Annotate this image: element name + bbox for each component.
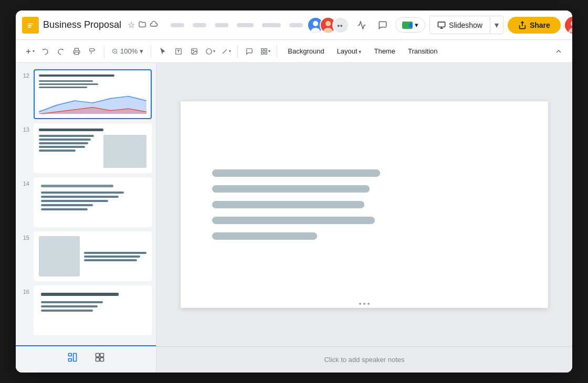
undo-button[interactable] [38, 44, 52, 59]
menu-edit[interactable] [193, 23, 206, 27]
folder-icon[interactable] [138, 20, 146, 30]
activity-icon[interactable] [353, 17, 370, 34]
collapse-toolbar-button[interactable] [551, 44, 566, 59]
app-logo [22, 17, 39, 34]
content-line-3 [212, 201, 364, 208]
document-title: Business Proposal [43, 19, 121, 30]
slide-number-16: 16 [20, 285, 29, 295]
slide-thumbnail-12[interactable] [34, 69, 152, 119]
svg-rect-33 [265, 48, 267, 50]
svg-rect-44 [100, 358, 103, 361]
toolbar-group-tools [155, 44, 233, 59]
star-icon[interactable]: ☆ [128, 20, 135, 30]
svg-rect-35 [265, 52, 267, 54]
slideshow-label: Slideshow [449, 21, 482, 29]
slide-item-15[interactable]: 15 [16, 229, 156, 283]
menu-file[interactable] [171, 23, 184, 27]
speaker-notes[interactable]: Click to add speaker notes [156, 346, 572, 373]
comments-icon[interactable] [374, 17, 391, 34]
list-view-tab[interactable] [63, 348, 82, 367]
insert-button[interactable] [22, 44, 37, 59]
line-tool[interactable] [218, 44, 233, 59]
print-button[interactable] [69, 44, 84, 59]
slide-number-13: 13 [20, 123, 29, 133]
toolbar-right [551, 44, 566, 59]
slide-item-14[interactable]: 14 [16, 175, 156, 229]
main-content: 12 [16, 63, 572, 373]
toolbar: 100% ▾ [16, 40, 572, 63]
slide-number-14: 14 [20, 177, 29, 187]
svg-rect-3 [28, 27, 31, 28]
title-bar: Business Proposal ☆ [16, 10, 572, 40]
cloud-icon[interactable] [150, 20, 158, 30]
svg-rect-32 [261, 48, 264, 50]
content-line-4 [212, 217, 375, 224]
slideshow-dropdown[interactable]: ▾ [490, 16, 503, 34]
slide-toolbar-menu: Background Layout Theme Transition [281, 45, 444, 57]
svg-point-30 [206, 48, 212, 54]
user-avatar[interactable] [565, 17, 572, 34]
layout-view-tool[interactable] [258, 44, 272, 59]
toolbar-group-zoom: 100% ▾ [109, 44, 146, 59]
divider-3 [237, 45, 238, 58]
menu-view[interactable] [215, 23, 228, 27]
comment-tool[interactable] [242, 44, 257, 59]
collaborators-avatars: ●● [307, 17, 349, 34]
slide-content [212, 169, 517, 240]
zoom-value: 100% [120, 47, 138, 55]
divider-4 [277, 45, 277, 58]
svg-point-29 [193, 50, 194, 51]
svg-point-8 [326, 21, 331, 26]
svg-marker-13 [409, 22, 412, 28]
background-menu-item[interactable]: Background [281, 45, 330, 57]
meet-button[interactable]: ▾ [395, 17, 425, 33]
svg-rect-42 [100, 354, 103, 357]
menu-insert[interactable] [237, 23, 254, 27]
app-window: Business Proposal ☆ [16, 10, 572, 373]
notes-placeholder: Click to add speaker notes [324, 356, 404, 364]
slide-number-15: 15 [20, 231, 29, 241]
paint-format-button[interactable] [85, 44, 100, 59]
meet-icon [402, 22, 413, 29]
cursor-tool[interactable] [155, 44, 170, 59]
text-tool[interactable] [171, 44, 186, 59]
slide-item-13[interactable]: 13 [16, 121, 156, 175]
menu-format[interactable] [262, 23, 281, 27]
layout-menu-item[interactable]: Layout [331, 45, 368, 57]
share-button[interactable]: Share [508, 17, 561, 34]
slide-thumbnail-13[interactable] [34, 123, 152, 173]
slide-panel: 12 [16, 63, 156, 373]
transition-menu-item[interactable]: Transition [402, 45, 444, 57]
menu-slide[interactable] [289, 23, 303, 27]
content-line-1 [212, 169, 380, 177]
content-line-5 [212, 232, 317, 240]
slide-canvas[interactable] [181, 101, 548, 308]
shape-tool[interactable] [203, 44, 217, 59]
slide-view-tabs [16, 345, 156, 368]
title-bar-right: ●● ▾ [307, 16, 572, 34]
canvas-scroll [156, 63, 572, 346]
divider-1 [104, 45, 104, 58]
slide-thumbnail-15[interactable] [34, 231, 152, 281]
slide-item-16[interactable]: 16 [16, 283, 156, 337]
svg-rect-39 [68, 359, 71, 361]
svg-rect-38 [68, 354, 71, 356]
menu-bar [171, 23, 303, 27]
grid-view-tab[interactable] [90, 348, 109, 367]
toolbar-group-1 [22, 44, 100, 59]
title-icons: ☆ [128, 20, 158, 30]
slide-item-12[interactable]: 12 [16, 67, 156, 121]
slideshow-button[interactable]: Slideshow ▾ [429, 16, 503, 34]
theme-menu-item[interactable]: Theme [368, 45, 401, 57]
image-tool[interactable] [187, 44, 202, 59]
share-label: Share [530, 21, 550, 29]
redo-button[interactable] [54, 44, 68, 59]
svg-rect-41 [96, 354, 99, 357]
slideshow-main-btn[interactable]: Slideshow [430, 17, 490, 33]
resize-handle [359, 303, 370, 305]
slide-number-12: 12 [20, 69, 29, 79]
slide-thumbnail-16[interactable] [34, 285, 152, 335]
zoom-control[interactable]: 100% ▾ [109, 44, 146, 59]
svg-rect-2 [28, 25, 32, 26]
slide-thumbnail-14[interactable] [34, 177, 152, 227]
